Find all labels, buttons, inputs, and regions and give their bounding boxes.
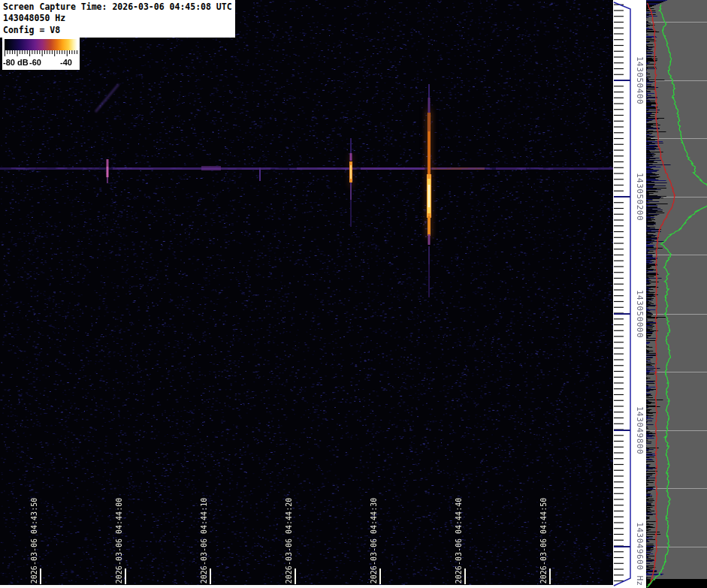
time-axis-tick — [464, 568, 466, 584]
waterfall-spectrogram — [0, 0, 613, 588]
scale-label-mid: -60 — [29, 58, 41, 67]
spectrum-panel — [646, 0, 707, 588]
time-axis-label: 2026-03-06 04:44:40 — [455, 498, 463, 583]
capture-time-text: Screen Capture Time: 2026-03-06 04:45:08… — [3, 2, 232, 13]
time-axis-tick — [379, 568, 381, 584]
time-axis-tick — [210, 568, 211, 584]
frequency-axis-label: 143049800 — [635, 406, 645, 454]
time-axis-tick — [40, 568, 41, 584]
frequency-axis-label: 143050200 — [635, 173, 645, 221]
scale-label-min: -80 dB — [3, 58, 29, 67]
frequency-text: 143048050 Hz — [3, 13, 232, 24]
config-text: Config = V8 — [3, 25, 232, 36]
time-axis-label: 2026-03-06 04:44:20 — [285, 498, 293, 583]
spectrogram-app-window: 2026-03-06 04:43:502026-03-06 04:44:0020… — [0, 0, 707, 588]
color-scale: -80 dB -60 -40 — [2, 37, 80, 70]
info-box: Screen Capture Time: 2026-03-06 04:45:08… — [0, 0, 235, 38]
color-scale-ticks — [5, 50, 77, 58]
time-axis-label: 2026-03-06 04:44:50 — [539, 498, 548, 583]
time-axis-label: 2026-03-06 04:44:30 — [370, 498, 378, 583]
frequency-axis-label: 143050400 — [635, 56, 645, 104]
time-axis-label: 2026-03-06 04:44:00 — [115, 498, 123, 583]
time-axis-tick — [295, 568, 296, 584]
time-axis-label: 2026-03-06 04:44:10 — [200, 498, 208, 583]
time-axis-tick — [549, 568, 551, 584]
color-scale-gradient — [5, 39, 77, 50]
time-axis-label: 2026-03-06 04:43:50 — [30, 498, 38, 583]
frequency-axis-label: 143050000 — [635, 290, 645, 338]
time-axis-tick — [125, 568, 126, 584]
time-axis-baseline — [0, 585, 616, 588]
frequency-axis-label: 143049600 Hz — [635, 522, 645, 586]
scale-label-max: -40 — [60, 58, 72, 67]
